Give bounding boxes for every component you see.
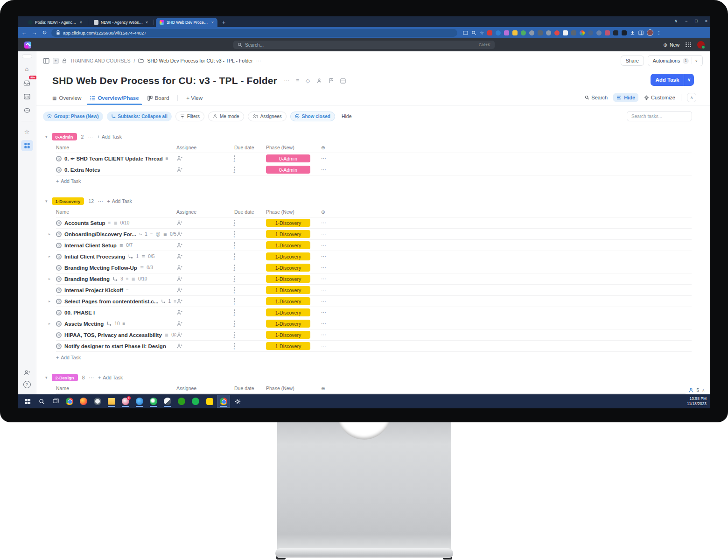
extension-icon[interactable] <box>538 30 543 35</box>
global-search-bar[interactable]: Search... Ctrl+K <box>233 41 495 49</box>
column-phase[interactable]: Phase (New) <box>266 385 321 391</box>
tab-close-icon[interactable]: × <box>80 20 82 25</box>
taskbar-clock[interactable]: 10:58 PM 11/18/2023 <box>687 396 707 407</box>
task-status-icon[interactable] <box>56 231 62 237</box>
group-label-badge[interactable]: 0-Admin <box>52 133 77 140</box>
due-date-cell[interactable] <box>234 220 266 226</box>
browser-tab-clickup-active[interactable]: SHD Web Dev Process for CU: v... × <box>156 18 217 27</box>
taskbar-quickbooks-icon[interactable] <box>175 395 188 407</box>
taskbar-phone-icon[interactable] <box>161 395 174 407</box>
assignees-button[interactable]: Assignees <box>248 112 287 121</box>
add-view-button[interactable]: + View <box>186 95 203 105</box>
group-add-task-button[interactable]: +Add Task <box>97 134 122 140</box>
phase-badge[interactable]: 1-Discovery <box>266 297 310 305</box>
phase-badge[interactable]: 0-Admin <box>266 154 310 162</box>
group-collapse-icon[interactable]: ▾ <box>45 375 48 380</box>
table-row[interactable]: Notify designer to start Phase II: Desig… <box>56 341 692 352</box>
assignee-add-icon[interactable] <box>176 276 182 282</box>
sidebar-item-favorites[interactable]: ☆ <box>21 126 33 137</box>
taskbar-chrome-icon[interactable] <box>63 395 76 407</box>
browser-menu-icon[interactable]: ⋮ <box>657 30 661 35</box>
due-date-cell[interactable] <box>234 243 266 248</box>
expand-caret-icon[interactable]: ▸ <box>49 322 50 326</box>
search-tasks-input[interactable] <box>627 111 692 121</box>
extension-icon[interactable] <box>596 30 602 35</box>
assignee-cell[interactable] <box>176 309 234 315</box>
extension-icon[interactable] <box>554 30 560 35</box>
assignee-cell[interactable] <box>176 276 234 282</box>
breadcrumb-current[interactable]: SHD Web Dev Process for CU: v3 - TPL - F… <box>147 58 252 63</box>
task-name[interactable]: 0. ✒ SHD Team CLIENT Update Thread <box>64 155 163 162</box>
task-name[interactable]: Internal Client Setup <box>64 243 117 248</box>
title-calendar-icon[interactable] <box>340 78 346 84</box>
extension-icon[interactable] <box>546 30 551 35</box>
group-add-task-button[interactable]: +Add Task <box>107 198 132 204</box>
collapse-header-button[interactable]: ∧ <box>687 93 696 102</box>
sidebar-item-inbox[interactable]: 99+ <box>21 77 33 88</box>
row-menu-button[interactable]: ⋯ <box>321 321 349 327</box>
task-status-icon[interactable] <box>56 156 62 161</box>
assignee-cell[interactable] <box>176 343 234 349</box>
task-name[interactable]: Select Pages from contentdentist.c... <box>64 299 158 304</box>
due-date-cell[interactable] <box>234 321 266 327</box>
forward-button[interactable]: → <box>32 30 37 35</box>
assignee-cell[interactable] <box>176 220 234 226</box>
task-view-button[interactable] <box>49 395 62 407</box>
taskbar-search-button[interactable] <box>35 395 48 407</box>
extension-icon[interactable] <box>563 30 568 35</box>
expand-caret-icon[interactable]: ▸ <box>49 299 50 303</box>
group-by-pill[interactable]: Group: Phase (New) <box>43 112 103 121</box>
table-row[interactable]: 0. ✒ SHD Team CLIENT Update Thread ≡ 0-A… <box>56 153 692 164</box>
group-collapse-icon[interactable]: ▾ <box>45 134 48 139</box>
subtasks-pill[interactable]: Subtasks: Collapse all <box>107 112 172 121</box>
extension-icon[interactable] <box>613 30 618 35</box>
assignee-cell[interactable] <box>176 298 234 304</box>
online-users-widget[interactable]: 5 ∧ <box>686 386 707 394</box>
task-status-icon[interactable] <box>56 332 62 338</box>
table-row[interactable]: ▸Onboarding/Discovery For...1≡@≣0/51-Dis… <box>56 229 692 240</box>
table-row[interactable]: ▸Initial Client Processing1≣0/51-Discove… <box>56 251 692 262</box>
sidebar-invite-icon[interactable] <box>21 367 33 378</box>
table-row[interactable]: Accounts Setup≡≣0/101-Discovery⋯ <box>56 217 692 229</box>
task-status-icon[interactable] <box>56 321 62 327</box>
bookmark-icon[interactable]: ☆ <box>480 30 484 35</box>
phase-badge[interactable]: 1-Discovery <box>266 308 310 316</box>
sidebar-item-spaces[interactable] <box>21 140 33 151</box>
group-menu-icon[interactable]: ⋯ <box>88 134 93 140</box>
row-menu-button[interactable]: ⋯ <box>321 231 349 237</box>
window-close-button[interactable]: × <box>705 19 707 23</box>
assignee-add-icon[interactable] <box>176 343 182 349</box>
due-date-cell[interactable] <box>234 265 266 271</box>
due-date-cell[interactable] <box>234 310 266 315</box>
task-status-icon[interactable] <box>56 265 62 271</box>
phase-badge[interactable]: 1-Discovery <box>266 331 310 339</box>
assignee-cell[interactable] <box>176 265 234 271</box>
task-name[interactable]: Assets Meeting <box>64 321 104 327</box>
download-icon[interactable] <box>630 30 635 35</box>
row-menu-button[interactable]: ⋯ <box>321 167 349 173</box>
table-row[interactable]: ▸Branding Meeting3≡≣0/101-Discovery⋯ <box>56 273 692 285</box>
column-due-date[interactable]: Due date <box>234 145 266 150</box>
breadcrumb-expand-chip[interactable]: + <box>53 58 59 64</box>
chevron-down-icon[interactable]: ∨ <box>684 77 694 82</box>
task-status-icon[interactable] <box>56 220 62 226</box>
due-date-cell[interactable] <box>234 332 266 338</box>
task-name[interactable]: Onboarding/Discovery For... <box>64 231 136 237</box>
assignee-cell[interactable] <box>176 321 234 327</box>
cast-icon[interactable] <box>463 30 468 35</box>
assignee-add-icon[interactable] <box>176 309 182 315</box>
reload-button[interactable]: ↻ <box>42 30 47 35</box>
phase-badge[interactable]: 1-Discovery <box>266 252 310 260</box>
sidebar-toggle-icon[interactable] <box>43 58 49 64</box>
automations-button[interactable]: Automations 1 ∨ <box>648 55 703 66</box>
phase-badge[interactable]: 1-Discovery <box>266 241 310 249</box>
extension-icon[interactable] <box>521 30 526 35</box>
due-date-cell[interactable] <box>234 276 266 282</box>
expand-caret-icon[interactable]: ▸ <box>49 232 50 236</box>
task-name[interactable]: Accounts Setup <box>64 220 105 226</box>
extension-icon[interactable] <box>487 30 492 35</box>
taskbar-spotify-icon[interactable] <box>189 395 202 407</box>
add-task-row[interactable]: +Add Task <box>56 178 176 184</box>
row-menu-button[interactable]: ⋯ <box>321 220 349 226</box>
row-menu-button[interactable]: ⋯ <box>321 242 349 248</box>
